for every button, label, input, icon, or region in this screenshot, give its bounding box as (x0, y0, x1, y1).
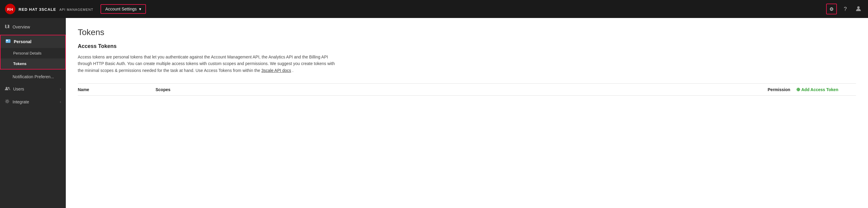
gear-icon: ⚙ (829, 6, 834, 12)
integrate-icon (5, 99, 9, 105)
integrate-arrow-icon: › (60, 100, 61, 104)
sidebar-item-integrate-label: Integrate (12, 100, 57, 104)
sidebar-item-overview-label: Overview (12, 25, 61, 29)
sidebar-item-tokens[interactable]: Tokens (1, 58, 65, 69)
col-action-header: ⊕ Add Access Token (796, 87, 856, 92)
sidebar-group-personal: Personal Personal Details Tokens (0, 35, 66, 70)
main-content: Tokens Access Tokens Access tokens are p… (66, 18, 868, 208)
brand-logo-icon: RH (5, 4, 16, 15)
sidebar-item-notifications[interactable]: Notification Preferen... (0, 71, 66, 83)
sidebar-item-personal-details[interactable]: Personal Details (1, 48, 65, 58)
help-button[interactable]: ? (840, 4, 850, 14)
account-settings-label: Account Settings (105, 7, 137, 11)
col-name-header: Name (78, 87, 156, 92)
sidebar-item-overview[interactable]: Overview (0, 20, 66, 33)
personal-icon (5, 39, 11, 44)
section-title: Access Tokens (78, 43, 856, 49)
top-navigation: RH RED HAT 3SCALE API MANAGEMENT Account… (0, 0, 868, 18)
main-layout: Overview Personal Personal Details Token… (0, 18, 868, 208)
top-nav-right: ⚙ ? (826, 4, 863, 15)
users-icon (5, 86, 10, 92)
svg-text:RH: RH (7, 7, 13, 12)
sidebar-item-users[interactable]: Users › (0, 83, 66, 95)
col-permission-header: Permission (742, 87, 796, 92)
brand-name: RED HAT 3SCALE (19, 7, 56, 12)
add-token-label: Add Access Token (801, 87, 838, 92)
brand: RH RED HAT 3SCALE API MANAGEMENT (5, 4, 93, 15)
account-settings-button[interactable]: Account Settings ▾ (100, 4, 146, 14)
add-access-token-button[interactable]: ⊕ Add Access Token (796, 87, 838, 92)
sidebar-personal-header[interactable]: Personal (1, 35, 65, 48)
svg-rect-3 (6, 39, 10, 43)
svg-point-6 (8, 87, 9, 89)
tokens-table-header: Name Scopes Permission ⊕ Add Access Toke… (78, 83, 856, 96)
svg-point-7 (6, 100, 8, 102)
sidebar-item-notifications-label: Notification Preferen... (12, 74, 61, 79)
access-tokens-description: Access tokens are personal tokens that l… (78, 54, 335, 74)
brand-sub: API MANAGEMENT (59, 8, 93, 11)
gear-button[interactable]: ⚙ (826, 4, 837, 15)
users-arrow-icon: › (60, 87, 61, 91)
sidebar-item-integrate[interactable]: Integrate › (0, 95, 66, 108)
user-icon (856, 5, 861, 13)
help-icon: ? (844, 6, 847, 12)
svg-point-2 (857, 6, 860, 9)
sidebar: Overview Personal Personal Details Token… (0, 18, 66, 208)
svg-rect-4 (6, 40, 8, 41)
map-icon (5, 24, 9, 30)
api-docs-link[interactable]: 3scale API docs (261, 68, 291, 73)
chevron-down-icon: ▾ (139, 7, 141, 11)
page-title: Tokens (78, 28, 856, 37)
personal-label: Personal (14, 39, 31, 44)
plus-icon: ⊕ (796, 87, 800, 92)
user-button[interactable] (854, 4, 863, 14)
col-scopes-header: Scopes (156, 87, 742, 92)
sidebar-item-users-label: Users (13, 87, 57, 92)
